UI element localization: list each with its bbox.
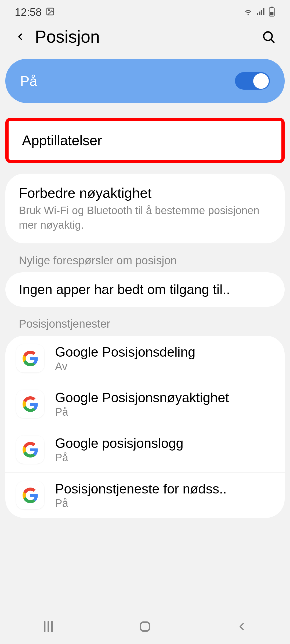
- svg-rect-14: [140, 622, 149, 631]
- toggle-label: På: [20, 73, 37, 89]
- app-permissions-row[interactable]: Apptillatelser: [5, 118, 285, 163]
- search-icon: [261, 30, 276, 44]
- svg-rect-3: [259, 12, 260, 15]
- service-google-location-history[interactable]: Google posisjonslogg På: [5, 427, 285, 473]
- nav-back-button[interactable]: [226, 619, 258, 635]
- nav-recents-button[interactable]: [32, 619, 64, 635]
- svg-rect-8: [270, 12, 274, 16]
- page-title: Posisjon: [35, 27, 260, 47]
- service-title: Google Posisjonsnøyaktighet: [55, 390, 229, 405]
- service-title: Posisjonstjeneste for nødss..: [55, 481, 227, 497]
- battery-icon: [268, 6, 275, 18]
- header: Posisjon: [0, 24, 290, 59]
- recent-requests-row[interactable]: Ingen apper har bedt om tilgang til..: [5, 272, 285, 307]
- recents-icon: [41, 619, 56, 634]
- location-master-toggle-card[interactable]: På: [5, 59, 285, 103]
- nav-home-button[interactable]: [129, 619, 161, 635]
- location-services-section-label: Posisjonstjenester: [5, 317, 285, 336]
- home-icon: [138, 620, 152, 633]
- google-icon: [16, 481, 44, 509]
- service-status: Av: [55, 360, 195, 372]
- service-status: På: [55, 406, 229, 418]
- service-title: Google Posisjonsdeling: [55, 344, 195, 360]
- navigation-bar: [0, 609, 290, 644]
- svg-rect-7: [270, 7, 273, 8]
- svg-point-1: [48, 10, 49, 11]
- chevron-left-icon: [236, 621, 248, 632]
- screenshot-icon: [46, 7, 55, 17]
- svg-rect-5: [263, 8, 264, 15]
- improve-accuracy-title: Forbedre nøyaktighet: [19, 185, 271, 201]
- improve-accuracy-row[interactable]: Forbedre nøyaktighet Bruk Wi-Fi og Bluet…: [5, 174, 285, 243]
- improve-accuracy-sub: Bruk Wi-Fi og Bluetooth til å bestemme p…: [19, 203, 271, 232]
- service-status: På: [55, 497, 227, 509]
- google-icon: [16, 344, 44, 372]
- status-left: 12:58: [15, 6, 55, 18]
- location-services-list: Google Posisjonsdeling Av Google Posisjo…: [5, 336, 285, 518]
- toggle-knob: [253, 73, 269, 89]
- wifi-icon: [243, 6, 253, 18]
- service-status: På: [55, 452, 183, 464]
- status-time: 12:58: [15, 6, 42, 18]
- status-bar: 12:58: [0, 0, 290, 24]
- app-permissions-label: Apptillatelser: [22, 132, 268, 148]
- back-button[interactable]: [13, 30, 27, 43]
- svg-rect-2: [257, 13, 259, 15]
- status-right: [243, 6, 275, 18]
- chevron-left-icon: [15, 29, 26, 45]
- signal-icon: [256, 7, 266, 17]
- service-emergency-location[interactable]: Posisjonstjeneste for nødss.. På: [5, 473, 285, 518]
- location-toggle-switch[interactable]: [235, 72, 270, 90]
- google-icon: [16, 390, 44, 418]
- service-title: Google posisjonslogg: [55, 436, 183, 451]
- recent-requests-text: Ingen apper har bedt om tilgang til..: [19, 282, 271, 297]
- recent-requests-section-label: Nylige forespørsler om posisjon: [5, 254, 285, 272]
- service-google-location-accuracy[interactable]: Google Posisjonsnøyaktighet På: [5, 381, 285, 427]
- svg-rect-4: [261, 10, 263, 15]
- svg-line-10: [271, 39, 274, 42]
- google-icon: [16, 436, 44, 464]
- search-button[interactable]: [260, 29, 277, 45]
- service-google-location-sharing[interactable]: Google Posisjonsdeling Av: [5, 336, 285, 381]
